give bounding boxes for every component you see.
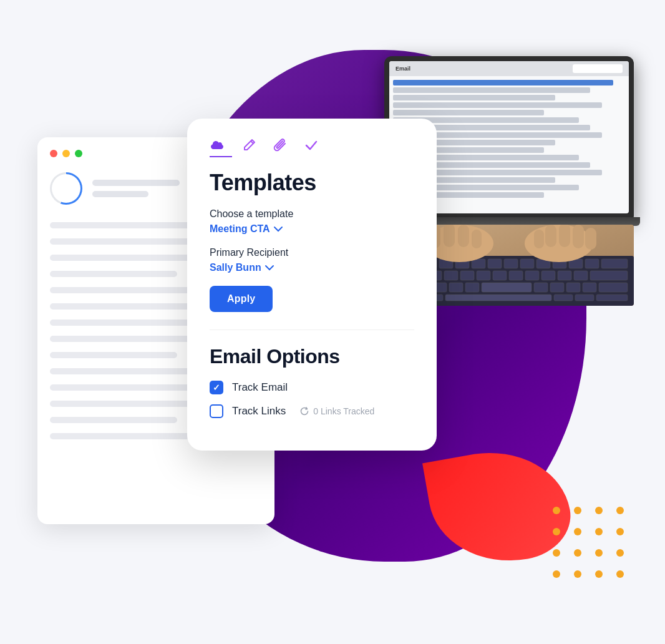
recipient-dropdown[interactable]: Sally Bunn bbox=[210, 262, 414, 273]
svg-rect-38 bbox=[599, 283, 628, 292]
template-dropdown[interactable]: Meeting CTA bbox=[210, 223, 414, 235]
dot bbox=[574, 570, 581, 578]
check-tab-icon[interactable] bbox=[304, 139, 318, 152]
svg-rect-31 bbox=[449, 283, 463, 292]
svg-rect-56 bbox=[585, 228, 596, 250]
template-field-label: Choose a template bbox=[210, 208, 414, 220]
recipient-dropdown-value: Sally Bunn bbox=[210, 262, 261, 273]
subtitle-line bbox=[92, 191, 148, 197]
screen-app-label: Email bbox=[396, 66, 410, 72]
dot bbox=[595, 549, 603, 557]
screen-search-bar bbox=[573, 64, 623, 73]
dot bbox=[616, 528, 624, 535]
checkmark-icon: ✓ bbox=[213, 383, 220, 393]
svg-rect-49 bbox=[458, 225, 469, 247]
svg-rect-43 bbox=[575, 295, 594, 301]
svg-rect-37 bbox=[583, 283, 596, 292]
dots-grid-decoration bbox=[553, 507, 628, 582]
content-line bbox=[50, 384, 198, 391]
email-options-title: Email Options bbox=[210, 345, 414, 368]
svg-rect-52 bbox=[534, 230, 544, 248]
svg-rect-24 bbox=[541, 271, 555, 280]
email-row bbox=[393, 95, 555, 100]
links-tracked-text: 0 Links Tracked bbox=[313, 406, 374, 416]
svg-rect-22 bbox=[509, 271, 523, 280]
avatar bbox=[50, 172, 82, 205]
active-tab-underline bbox=[210, 156, 232, 157]
dot bbox=[616, 549, 624, 557]
tab-icons-row bbox=[210, 139, 414, 152]
pencil-tab-icon[interactable] bbox=[242, 139, 256, 152]
track-email-row: ✓ Track Email bbox=[210, 381, 414, 394]
scene: Email bbox=[0, 0, 665, 644]
svg-rect-53 bbox=[545, 225, 556, 247]
svg-rect-19 bbox=[460, 271, 474, 280]
section-divider bbox=[210, 329, 414, 330]
svg-rect-13 bbox=[585, 259, 599, 268]
screen-topbar: Email bbox=[389, 61, 629, 76]
dot bbox=[595, 528, 603, 535]
dot bbox=[595, 570, 603, 578]
template-dropdown-value: Meeting CTA bbox=[210, 223, 270, 235]
svg-rect-21 bbox=[493, 271, 507, 280]
svg-rect-27 bbox=[590, 271, 628, 280]
svg-rect-6 bbox=[472, 259, 485, 268]
dot bbox=[574, 528, 581, 535]
svg-rect-55 bbox=[573, 225, 584, 248]
dot bbox=[574, 549, 581, 557]
dot bbox=[553, 570, 560, 578]
dot bbox=[616, 570, 624, 578]
content-line bbox=[50, 303, 198, 310]
close-dot bbox=[50, 150, 57, 157]
name-line bbox=[92, 180, 180, 186]
minimize-dot bbox=[62, 150, 70, 157]
svg-rect-32 bbox=[465, 283, 479, 292]
dot bbox=[553, 528, 560, 535]
refresh-icon bbox=[299, 406, 309, 416]
dot bbox=[553, 507, 560, 514]
svg-rect-44 bbox=[596, 295, 628, 301]
card-title: Templates bbox=[210, 170, 414, 196]
dot bbox=[574, 507, 581, 514]
track-email-checkbox[interactable]: ✓ bbox=[210, 381, 223, 394]
track-email-label: Track Email bbox=[232, 381, 288, 394]
template-card: Templates Choose a template Meeting CTA … bbox=[187, 119, 437, 451]
dot bbox=[616, 507, 624, 514]
svg-rect-42 bbox=[554, 295, 573, 301]
track-links-checkbox[interactable] bbox=[210, 404, 223, 418]
content-line bbox=[50, 352, 177, 358]
svg-rect-23 bbox=[525, 271, 539, 280]
template-chevron-icon bbox=[274, 226, 283, 232]
dot bbox=[595, 507, 603, 514]
track-links-row: Track Links 0 Links Tracked bbox=[210, 404, 414, 418]
cloud-tab-icon[interactable] bbox=[210, 139, 225, 152]
content-line bbox=[50, 417, 177, 423]
maximize-dot bbox=[75, 150, 82, 157]
svg-rect-20 bbox=[477, 271, 490, 280]
svg-rect-14 bbox=[601, 259, 628, 268]
svg-rect-50 bbox=[472, 230, 482, 248]
email-row bbox=[393, 110, 544, 115]
recipient-chevron-icon bbox=[265, 265, 274, 271]
links-tracked-badge: 0 Links Tracked bbox=[299, 406, 374, 416]
svg-rect-26 bbox=[574, 271, 588, 280]
svg-rect-48 bbox=[444, 225, 455, 247]
recipient-field-label: Primary Recipient bbox=[210, 247, 414, 258]
dot bbox=[553, 549, 560, 557]
svg-rect-35 bbox=[550, 283, 564, 292]
paperclip-tab-icon[interactable] bbox=[273, 139, 287, 152]
svg-rect-8 bbox=[504, 259, 518, 268]
svg-rect-34 bbox=[534, 283, 548, 292]
svg-rect-7 bbox=[488, 259, 502, 268]
email-row bbox=[393, 87, 590, 93]
svg-rect-33 bbox=[482, 283, 532, 292]
svg-rect-36 bbox=[566, 283, 580, 292]
svg-rect-9 bbox=[520, 259, 534, 268]
apply-button[interactable]: Apply bbox=[210, 286, 273, 312]
svg-rect-41 bbox=[445, 295, 551, 301]
email-row bbox=[393, 80, 613, 85]
svg-rect-25 bbox=[558, 271, 571, 280]
track-links-label: Track Links bbox=[232, 405, 286, 417]
content-line bbox=[50, 271, 177, 277]
svg-rect-54 bbox=[559, 225, 570, 247]
